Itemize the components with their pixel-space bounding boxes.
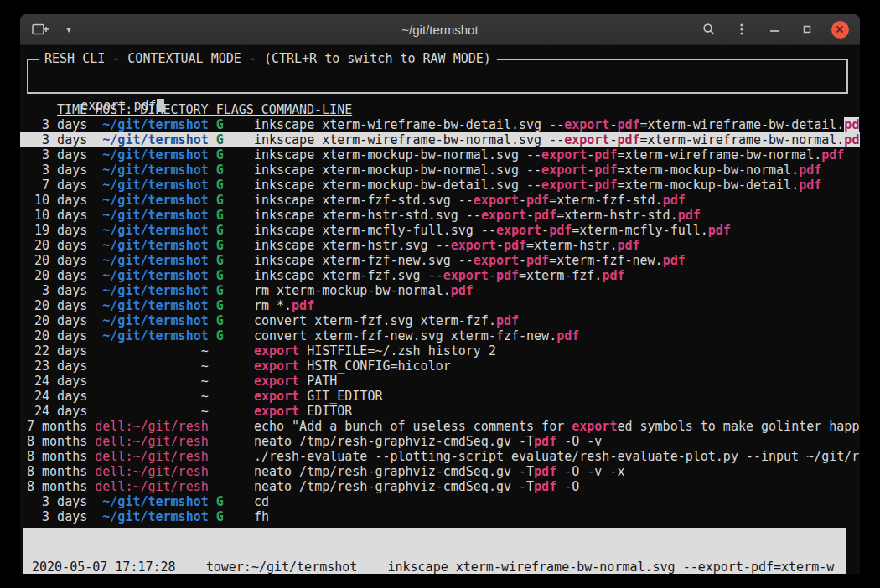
history-row[interactable]: 7 days ~/git/termshot G inkscape xterm-m… xyxy=(20,178,860,193)
history-row[interactable]: 7 months dell:~/git/resh echo "Add a bun… xyxy=(20,419,860,434)
history-row[interactable]: 8 months dell:~/git/resh neato /tmp/resh… xyxy=(20,464,860,479)
history-row[interactable]: 3 days ~/git/termshot G cd xyxy=(20,494,860,509)
titlebar-left-controls: ▾ xyxy=(30,19,79,39)
new-terminal-button[interactable] xyxy=(30,19,50,39)
cmd-segment: pdf xyxy=(663,253,686,268)
row-flags: G xyxy=(209,313,254,328)
row-time: 20 days xyxy=(27,238,87,253)
cmd-segment: =xterm-hstr. xyxy=(526,238,617,253)
history-row[interactable]: 24 days ~ export PATH xyxy=(20,374,860,389)
cmd-segment: - xyxy=(587,178,594,193)
history-row[interactable]: 8 months dell:~/git/resh neato /tmp/resh… xyxy=(20,434,860,449)
history-row[interactable]: 20 days ~/git/termshot G inkscape xterm-… xyxy=(20,253,860,268)
history-row[interactable]: 3 days ~/git/termshot G fh xyxy=(20,509,860,524)
history-row[interactable]: 8 months dell:~/git/resh ./resh-evaluate… xyxy=(20,449,860,464)
cmd-segment: inkscape xterm-fzf-new.svg -- xyxy=(254,253,474,268)
cmd-segment: pdf xyxy=(549,223,572,238)
history-row[interactable]: 20 days ~/git/termshot G inkscape xterm-… xyxy=(20,238,860,253)
history-row[interactable]: 22 days ~ export HISTFILE=~/.zsh_history… xyxy=(20,343,860,358)
history-row[interactable]: 19 days ~/git/termshot G inkscape xterm-… xyxy=(20,223,860,238)
cmd-segment: inkscape xterm-wireframe-bw-detail.svg -… xyxy=(254,117,564,132)
row-flags xyxy=(209,419,254,434)
cmd-segment: rm *. xyxy=(254,298,292,313)
cmd-segment: convert xterm-fzf.svg xterm-fzf. xyxy=(254,313,496,328)
cmd-segment: pdf xyxy=(594,162,617,178)
query-box[interactable]: RESH CLI - CONTEXTUAL MODE - (CTRL+R to … xyxy=(27,59,848,94)
cmd-segment: pdf xyxy=(534,464,556,479)
cmd-segment: - xyxy=(519,253,526,268)
cmd-segment: cd xyxy=(254,494,269,509)
row-time: 8 months xyxy=(27,464,87,479)
menu-button[interactable] xyxy=(732,19,752,39)
close-button[interactable] xyxy=(830,19,850,39)
history-row[interactable]: 3 days ~/git/termshot G inkscape xterm-m… xyxy=(20,162,860,178)
history-row[interactable]: 24 days ~ export EDITOR xyxy=(20,404,860,419)
cmd-segment: =xterm-wireframe-bw-detail. xyxy=(640,117,845,132)
row-directory: dell:~/git/resh xyxy=(87,434,209,449)
status-bar: 2020-05-07 17:17:28 tower:~/git/termshot… xyxy=(23,528,846,574)
titlebar: ▾ ~/git/termshot xyxy=(20,14,860,45)
cmd-segment: =xterm-hstr-std. xyxy=(556,208,678,223)
cmd-segment: pd xyxy=(844,117,859,132)
cmd-segment: - xyxy=(519,193,526,208)
cmd-segment: fh xyxy=(254,509,269,524)
history-row[interactable]: 3 days ~/git/termshot G inkscape xterm-w… xyxy=(20,132,860,147)
history-row[interactable]: 20 days ~/git/termshot G rm *.pdf xyxy=(20,298,860,313)
history-row[interactable]: 20 days ~/git/termshot G inkscape xterm-… xyxy=(20,268,860,283)
history-row[interactable]: 3 days ~/git/termshot G rm xterm-mockup-… xyxy=(20,283,860,298)
query-input[interactable]: export pdf xyxy=(80,98,156,113)
row-flags xyxy=(209,464,254,479)
cmd-segment: pdf xyxy=(594,147,617,162)
row-directory: ~ xyxy=(87,358,209,374)
row-directory: ~/git/termshot xyxy=(87,328,209,343)
cmd-segment: neato /tmp/resh-graphviz-cmdSeq.gv -T xyxy=(254,479,534,494)
history-row[interactable]: 3 days ~/git/termshot G inkscape xterm-w… xyxy=(20,117,860,132)
history-row[interactable]: 3 days ~/git/termshot G inkscape xterm-m… xyxy=(20,147,860,162)
cmd-segment: pdf xyxy=(534,208,556,223)
row-directory: ~/git/termshot xyxy=(87,268,209,283)
row-directory: ~/git/termshot xyxy=(87,147,209,162)
row-flags xyxy=(209,449,254,464)
row-time: 20 days xyxy=(27,253,87,268)
history-row[interactable]: 23 days ~ export HSTR_CONFIG=hicolor xyxy=(20,358,860,374)
kebab-menu-icon xyxy=(735,23,748,36)
minimize-button[interactable] xyxy=(764,19,784,39)
search-icon xyxy=(702,23,716,36)
history-row[interactable]: 20 days ~/git/termshot G convert xterm-f… xyxy=(20,328,860,343)
cmd-segment: pdf xyxy=(821,147,844,162)
restore-button[interactable] xyxy=(797,19,817,39)
cmd-segment: ed symbols to make golinter happ xyxy=(617,419,859,434)
row-directory: ~/git/termshot xyxy=(87,208,209,223)
row-directory: ~/git/termshot xyxy=(87,117,209,132)
new-terminal-menu-button[interactable]: ▾ xyxy=(59,19,79,39)
row-directory: ~ xyxy=(87,389,209,404)
query-box-title: RESH CLI - CONTEXTUAL MODE - (CTRL+R to … xyxy=(39,51,497,66)
row-directory: ~/git/termshot xyxy=(87,193,209,208)
history-row[interactable]: 10 days ~/git/termshot G inkscape xterm-… xyxy=(20,208,860,223)
cmd-segment: export xyxy=(443,268,489,283)
row-time: 3 days xyxy=(27,162,87,178)
cmd-segment: inkscape xterm-hstr-std.svg -- xyxy=(254,208,481,223)
cmd-segment: =xterm-fzf-std. xyxy=(549,193,662,208)
cmd-segment: pdf xyxy=(496,268,519,283)
cmd-segment: - xyxy=(496,238,504,253)
row-time: 3 days xyxy=(27,132,87,147)
history-row[interactable]: 24 days ~ export GIT_EDITOR xyxy=(20,389,860,404)
history-row[interactable]: 10 days ~/git/termshot G inkscape xterm-… xyxy=(20,193,860,208)
cmd-segment: pdf xyxy=(534,434,556,449)
cmd-segment: convert xterm-fzf-new.svg xterm-fzf-new. xyxy=(254,328,556,343)
row-time: 8 months xyxy=(27,449,87,464)
row-time: 7 days xyxy=(27,178,87,193)
cmd-segment: =xterm-fzf-new. xyxy=(549,253,662,268)
cmd-segment: =xterm-wireframe-bw-normal. xyxy=(640,132,845,147)
history-row[interactable]: 20 days ~/git/termshot G convert xterm-f… xyxy=(20,313,860,328)
titlebar-right-controls xyxy=(699,19,850,39)
search-button[interactable] xyxy=(699,19,719,39)
cmd-segment: export xyxy=(254,389,299,404)
history-row[interactable]: 8 months dell:~/git/resh neato /tmp/resh… xyxy=(20,479,860,494)
cmd-segment: pdf xyxy=(556,328,579,343)
cmd-segment: export xyxy=(541,147,587,162)
row-time: 10 days xyxy=(27,193,87,208)
row-time: 24 days xyxy=(27,374,87,389)
cmd-segment: neato /tmp/resh-graphviz-cmdSeq.gv -T xyxy=(254,434,534,449)
